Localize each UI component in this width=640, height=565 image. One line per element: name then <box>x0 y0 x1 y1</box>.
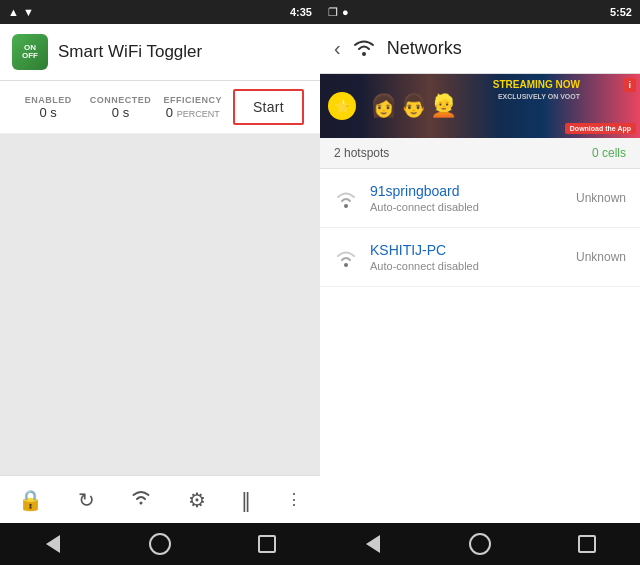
star-icon-1: ⭐ <box>328 92 356 120</box>
settings-icon[interactable]: ⚙ <box>180 480 214 520</box>
network-sub-1: Auto-connect disabled <box>370 201 564 213</box>
left-panel: ▲ ▼ 4:35 ONOFF Smart WiFi Toggler ENABLE… <box>0 0 320 565</box>
cells-count: 0 cells <box>592 146 626 160</box>
connected-label: CONNECTED <box>90 95 152 105</box>
ad-download-button[interactable]: Download the App <box>565 123 636 134</box>
start-button[interactable]: Start <box>233 89 304 125</box>
app-title: Smart WiFi Toggler <box>58 42 202 62</box>
recents-button-right[interactable] <box>573 530 601 558</box>
network-list: 91springboard Auto-connect disabled Unkn… <box>320 169 640 523</box>
ad-stars: ⭐ <box>328 92 356 120</box>
system-nav-right <box>320 523 640 565</box>
left-status-icons: ▲ ▼ <box>8 6 34 18</box>
svg-point-2 <box>344 263 348 267</box>
status-bar-left: ▲ ▼ 4:35 <box>0 0 320 24</box>
location-icon: ● <box>342 6 349 18</box>
stats-row: ENABLED 0 s CONNECTED 0 s EFFICIENCY 0 P… <box>0 81 320 134</box>
back-button[interactable] <box>39 530 67 558</box>
back-arrow-icon[interactable]: ‹ <box>334 37 341 60</box>
more-icon[interactable]: ⋮ <box>278 482 310 517</box>
wifi-nav-icon[interactable] <box>122 479 160 520</box>
chart-icon[interactable]: ‖ <box>233 480 259 520</box>
home-button-right[interactable] <box>466 530 494 558</box>
screenshot-icon: ❐ <box>328 6 338 19</box>
efficiency-label: EFFICIENCY <box>164 95 223 105</box>
hotspots-count: 2 hotspots <box>334 146 389 160</box>
network-info-2: KSHITIJ-PC Auto-connect disabled <box>370 242 564 272</box>
right-time: 5:52 <box>610 6 632 18</box>
network-status-1: Unknown <box>576 191 626 205</box>
main-content-area <box>0 134 320 475</box>
back-button-right[interactable] <box>359 530 387 558</box>
network-info-1: 91springboard Auto-connect disabled <box>370 183 564 213</box>
wifi-signal-icon-1 <box>334 188 358 208</box>
lock-icon[interactable]: 🔒 <box>10 480 51 520</box>
enabled-label: ENABLED <box>25 95 72 105</box>
app-icon: ONOFF <box>12 34 48 70</box>
right-status-icons: ❐ ● <box>328 6 349 19</box>
wifi-signal-icon-2 <box>334 247 358 267</box>
ad-banner[interactable]: ⭐ 👩 👨 👱 STREAMING NOW EXCLUSIVELY ON VOO… <box>320 74 640 138</box>
network-status-2: Unknown <box>576 250 626 264</box>
network-sub-2: Auto-connect disabled <box>370 260 564 272</box>
ad-image-overlay: 👩 👨 👱 <box>360 74 500 138</box>
right-panel: ❐ ● 5:52 ‹ Networks ⭐ 👩 👨 👱 STREAMING NO… <box>320 0 640 565</box>
network-item[interactable]: 91springboard Auto-connect disabled Unkn… <box>320 169 640 228</box>
refresh-icon[interactable]: ↻ <box>70 480 103 520</box>
status-bar-right: ❐ ● 5:52 <box>320 0 640 24</box>
app-header: ONOFF Smart WiFi Toggler <box>0 24 320 81</box>
recents-button[interactable] <box>253 530 281 558</box>
network-name-1: 91springboard <box>370 183 564 199</box>
home-button[interactable] <box>146 530 174 558</box>
enabled-value: 0 s <box>39 105 56 120</box>
left-time: 4:35 <box>290 6 312 18</box>
stat-enabled: ENABLED 0 s <box>12 95 84 120</box>
svg-point-0 <box>362 52 366 56</box>
bottom-nav: 🔒 ↻ ⚙ ‖ ⋮ <box>0 475 320 523</box>
signal-icon: ▲ <box>8 6 19 18</box>
hotspots-bar: 2 hotspots 0 cells <box>320 138 640 169</box>
start-button-wrap: Start <box>229 89 308 125</box>
svg-point-1 <box>344 204 348 208</box>
wifi-header-icon <box>351 35 377 63</box>
system-nav-left <box>0 523 320 565</box>
efficiency-value: 0 PERCENT <box>166 105 220 120</box>
network-name-2: KSHITIJ-PC <box>370 242 564 258</box>
network-item[interactable]: KSHITIJ-PC Auto-connect disabled Unknown <box>320 228 640 287</box>
stat-connected: CONNECTED 0 s <box>84 95 156 120</box>
ad-badge: i <box>623 78 636 92</box>
wifi-status-icon: ▼ <box>23 6 34 18</box>
ad-text: STREAMING NOW EXCLUSIVELY ON VOOT <box>493 78 580 102</box>
networks-header: ‹ Networks <box>320 24 640 74</box>
networks-title: Networks <box>387 38 462 59</box>
connected-value: 0 s <box>112 105 129 120</box>
stat-efficiency: EFFICIENCY 0 PERCENT <box>157 95 229 120</box>
